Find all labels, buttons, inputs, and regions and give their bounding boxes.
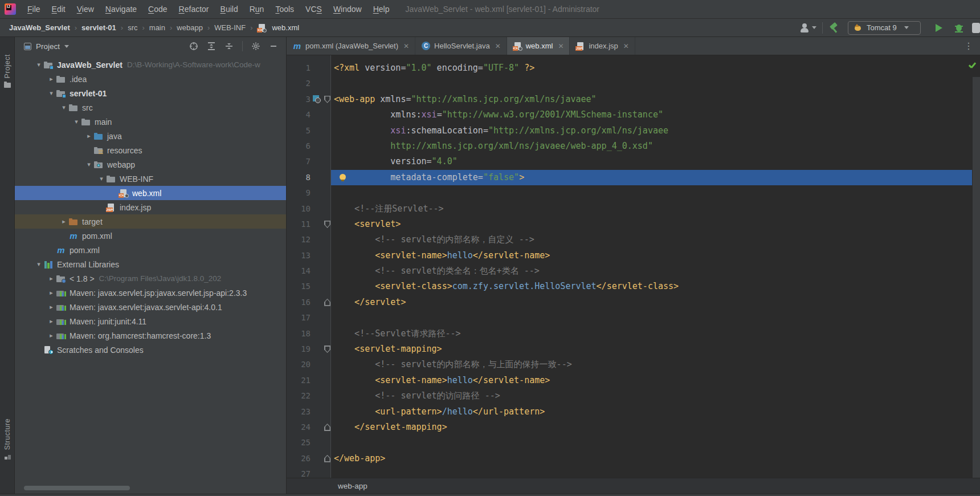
code-line-12[interactable]: 12 <!-- servlet的内部名称，自定义 -->: [287, 232, 980, 247]
code-line-19[interactable]: 19 <servlet-mapping>: [287, 341, 980, 357]
tree-row-1-8[interactable]: ▸< 1.8 >C:\Program Files\Java\jdk1.8.0_2…: [15, 271, 286, 286]
project-view-dropdown-icon[interactable]: [64, 45, 69, 48]
code-line-6[interactable]: 6 http://xmlns.jcp.org/xml/ns/javaee/web…: [287, 139, 980, 154]
tree-chevron-right-icon[interactable]: ▸: [47, 328, 56, 343]
code-text[interactable]: <!--注册Servlet-->: [331, 201, 972, 217]
tree-chevron-right-icon[interactable]: ▸: [47, 314, 56, 328]
tree-row-index-jsp[interactable]: JSPindex.jsp: [15, 200, 286, 214]
fold-expand-icon[interactable]: [324, 299, 330, 306]
code-line-27[interactable]: 27: [287, 466, 980, 478]
code-line-8[interactable]: 8 metadata-complete="false">: [287, 170, 980, 185]
tree-chevron-down-icon[interactable]: ▾: [34, 257, 43, 271]
tree-row-maven-javax-servlet-jsp-javax-servlet-js[interactable]: ▸Maven: javax.servlet.jsp:javax.servlet.…: [15, 286, 286, 300]
code-text[interactable]: [331, 435, 972, 450]
code-text[interactable]: [331, 310, 972, 326]
menu-item-view[interactable]: View: [71, 0, 100, 19]
build-hammer-icon[interactable]: [828, 22, 840, 34]
code-text[interactable]: <servlet>: [331, 217, 972, 232]
tree-chevron-right-icon[interactable]: ▸: [47, 286, 56, 300]
tree-chevron-right-icon[interactable]: ▸: [84, 129, 93, 143]
tree-chevron-down-icon[interactable]: ▾: [59, 100, 68, 115]
menu-item-help[interactable]: Help: [368, 0, 395, 19]
tree-chevron-right-icon[interactable]: ▸: [47, 271, 56, 286]
breadcrumb-item-web-xml[interactable]: <>web.xml: [256, 23, 300, 32]
tree-row-pom-xml[interactable]: mpom.xml: [15, 229, 286, 243]
tree-row-target[interactable]: ▸target: [15, 214, 286, 229]
web-descriptor-gutter-icon[interactable]: [313, 95, 320, 103]
breadcrumb-item-web-inf[interactable]: WEB-INF: [213, 23, 247, 32]
tree-row-pom-xml[interactable]: mpom.xml: [15, 243, 286, 257]
fold-collapse-icon[interactable]: [324, 96, 330, 103]
tree-row-external-libraries[interactable]: ▾External Libraries: [15, 257, 286, 271]
code-text[interactable]: version="4.0": [331, 154, 972, 169]
menu-item-refactor[interactable]: Refactor: [173, 0, 215, 19]
code-line-18[interactable]: 18 <!--Servlet请求路径-->: [287, 326, 980, 341]
code-line-14[interactable]: 14 <!-- servlet的类全名：包名+类名 -->: [287, 263, 980, 279]
tree-row-idea[interactable]: ▸.idea: [15, 72, 286, 86]
code-line-13[interactable]: 13 <servlet-name>hello</servlet-name>: [287, 248, 980, 263]
menu-item-vcs[interactable]: VCS: [300, 0, 328, 19]
menu-item-edit[interactable]: Edit: [46, 0, 71, 19]
menu-item-run[interactable]: Run: [244, 0, 270, 19]
breadcrumb-item-src[interactable]: src: [126, 23, 138, 32]
code-line-7[interactable]: 7 version="4.0": [287, 154, 980, 169]
tree-chevron-down-icon[interactable]: ▾: [72, 115, 81, 129]
collapse-all-icon[interactable]: [224, 42, 234, 51]
intention-bulb-icon[interactable]: [339, 174, 346, 181]
code-line-11[interactable]: 11 <servlet>: [287, 217, 980, 232]
horizontal-scrollbar[interactable]: [24, 486, 130, 490]
tree-chevron-right-icon[interactable]: ▸: [47, 72, 56, 86]
user-dropdown-icon[interactable]: [812, 26, 816, 29]
code-text[interactable]: <!-- servlet的内部名称，与上面的保持一致-->: [331, 357, 972, 372]
tab-close-icon[interactable]: ✕: [558, 42, 564, 50]
tab-options-icon[interactable]: ⋮: [957, 37, 980, 55]
code-line-9[interactable]: 9: [287, 185, 980, 201]
fold-collapse-icon[interactable]: [324, 345, 330, 353]
code-editor[interactable]: 1<?xml version="1.0" encoding="UTF-8" ?>…: [287, 55, 980, 478]
code-line-26[interactable]: 26</web-app>: [287, 451, 980, 466]
code-text[interactable]: <url-pattern>/hello</url-pattern>: [331, 404, 972, 420]
tree-chevron-down-icon[interactable]: ▾: [34, 58, 43, 72]
tool-button-project[interactable]: Project: [0, 54, 15, 88]
hide-panel-icon[interactable]: [269, 42, 278, 51]
inspections-ok-icon[interactable]: [968, 61, 977, 70]
menu-item-tools[interactable]: Tools: [270, 0, 300, 19]
code-line-16[interactable]: 16 </servlet>: [287, 295, 980, 310]
fold-collapse-icon[interactable]: [324, 221, 330, 228]
tree-row-web-xml[interactable]: <>web.xml: [15, 186, 286, 200]
tree-chevron-down-icon[interactable]: ▾: [47, 86, 56, 100]
code-line-17[interactable]: 17: [287, 310, 980, 326]
code-text[interactable]: <servlet-class>com.zfy.servlet.HelloServ…: [331, 279, 972, 294]
tree-row-maven-junit-junit-4-11[interactable]: ▸Maven: junit:junit:4.11: [15, 314, 286, 328]
locate-file-icon[interactable]: [189, 42, 198, 51]
code-text[interactable]: metadata-complete="false">: [331, 170, 972, 185]
vertical-scrollbar[interactable]: [973, 77, 980, 478]
code-line-15[interactable]: 15 <servlet-class>com.zfy.servlet.HelloS…: [287, 279, 980, 294]
breadcrumb-item-webapp[interactable]: webapp: [175, 23, 204, 32]
code-text[interactable]: xmlns:xsi="http://www.w3.org/2001/XMLSch…: [331, 107, 972, 123]
expand-all-icon[interactable]: [207, 42, 216, 51]
tree-row-servlet-01[interactable]: ▾servlet-01: [15, 86, 286, 100]
tree-row-main[interactable]: ▾main: [15, 115, 286, 129]
code-line-2[interactable]: 2: [287, 76, 980, 91]
breadcrumb-item-servlet-01[interactable]: servlet-01: [80, 23, 117, 32]
coverage-icon[interactable]: [972, 23, 980, 33]
code-line-3[interactable]: 3<web-app xmlns="http://xmlns.jcp.org/xm…: [287, 92, 980, 107]
code-text[interactable]: <servlet-name>hello</servlet-name>: [331, 373, 972, 388]
tree-row-java[interactable]: ▸java: [15, 129, 286, 143]
editor-tab-web-xml[interactable]: <>web.xml✕: [507, 37, 570, 55]
fold-expand-icon[interactable]: [324, 455, 330, 462]
code-text[interactable]: <!-- servlet的访问路径 -->: [331, 388, 972, 404]
code-line-24[interactable]: 24 </servlet-mapping>: [287, 420, 980, 435]
code-text[interactable]: <!-- servlet的类全名：包名+类名 -->: [331, 263, 972, 279]
editor-tab-helloservlet-java[interactable]: HelloServlet.java✕: [415, 37, 507, 55]
code-line-1[interactable]: 1<?xml version="1.0" encoding="UTF-8" ?>: [287, 60, 980, 76]
editor-tab-index-jsp[interactable]: JSPindex.jsp✕: [570, 37, 635, 55]
tree-row-scratches-and-consoles[interactable]: Scratches and Consoles: [15, 343, 286, 357]
code-line-4[interactable]: 4 xmlns:xsi="http://www.w3.org/2001/XMLS…: [287, 107, 980, 123]
code-text[interactable]: </servlet-mapping>: [331, 420, 972, 435]
code-line-5[interactable]: 5 xsi:schemaLocation="http://xmlns.jcp.o…: [287, 123, 980, 139]
code-line-23[interactable]: 23 <url-pattern>/hello</url-pattern>: [287, 404, 980, 420]
code-line-20[interactable]: 20 <!-- servlet的内部名称，与上面的保持一致-->: [287, 357, 980, 372]
code-text[interactable]: <?xml version="1.0" encoding="UTF-8" ?>: [331, 60, 972, 76]
